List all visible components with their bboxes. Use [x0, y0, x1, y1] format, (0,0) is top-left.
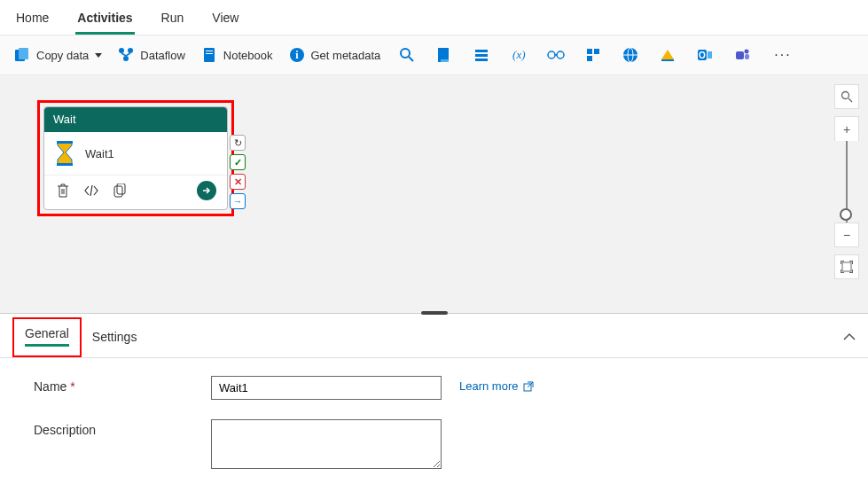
svg-rect-12	[441, 59, 449, 62]
copy-data-button[interactable]: Copy data	[14, 47, 102, 63]
zoom-track[interactable]	[846, 141, 848, 222]
code-icon[interactable]	[83, 183, 99, 199]
outlook-icon[interactable]: O	[694, 44, 716, 66]
learn-more-link[interactable]: Learn more	[459, 376, 534, 393]
name-label: Name *	[34, 376, 193, 394]
panel-tabs: General Settings	[0, 313, 868, 358]
activity-card[interactable]: Wait Wait1	[43, 106, 228, 210]
teams-icon[interactable]	[731, 44, 753, 66]
set-variable-icon[interactable]: (x)	[508, 44, 529, 66]
stored-proc-icon[interactable]	[471, 44, 492, 66]
svg-point-2	[119, 48, 124, 53]
zoom-handle[interactable]	[840, 208, 852, 221]
get-metadata-label: Get metadata	[311, 49, 381, 62]
more-button[interactable]: ···	[769, 47, 796, 63]
canvas[interactable]: Wait Wait1 ↻ ✓ ✕ → + −	[0, 75, 868, 313]
svg-rect-7	[206, 53, 213, 54]
top-tabs: Home Activities Run View	[0, 0, 868, 35]
svg-rect-29	[745, 54, 749, 59]
svg-rect-39	[852, 261, 853, 264]
zoom-controls: + −	[834, 84, 859, 279]
svg-rect-20	[587, 56, 592, 61]
tab-activities[interactable]: Activities	[75, 5, 134, 35]
svg-rect-37	[841, 261, 841, 264]
connector-skip-icon[interactable]: →	[230, 193, 246, 209]
tab-view[interactable]: View	[210, 5, 240, 35]
learn-more-label: Learn more	[459, 379, 518, 393]
external-link-icon	[523, 381, 534, 392]
svg-point-16	[548, 51, 555, 59]
svg-rect-5	[204, 48, 215, 62]
script-icon[interactable]	[434, 44, 455, 66]
svg-rect-19	[594, 49, 599, 54]
tab-run[interactable]: Run	[160, 5, 186, 35]
svg-point-17	[557, 51, 564, 59]
svg-point-34	[842, 92, 849, 99]
info-icon: i	[289, 47, 305, 63]
functions-icon[interactable]	[545, 44, 567, 66]
dataflow-icon	[118, 47, 134, 63]
hourglass-icon	[55, 141, 74, 166]
toolbar: Copy data Dataflow Notebook i Get metada…	[0, 35, 868, 75]
svg-rect-15	[475, 59, 488, 61]
connector-fail-icon[interactable]: ✕	[230, 174, 246, 190]
fit-screen-button[interactable]	[834, 254, 859, 279]
svg-rect-33	[117, 183, 125, 194]
get-metadata-button[interactable]: i Get metadata	[289, 47, 381, 63]
connector-success-icon[interactable]: ✓	[230, 154, 246, 170]
delete-icon[interactable]	[55, 183, 71, 199]
svg-rect-13	[475, 50, 488, 52]
activity-connectors: ↻ ✓ ✕ →	[230, 135, 246, 209]
tab-general-label: General	[25, 326, 69, 340]
collapse-panel-button[interactable]	[843, 331, 856, 344]
zoom-in-button[interactable]: +	[834, 116, 859, 141]
svg-rect-27	[736, 51, 744, 59]
dataflow-button[interactable]: Dataflow	[118, 47, 185, 63]
svg-rect-31	[57, 163, 73, 166]
copy-data-label: Copy data	[36, 49, 89, 62]
copy-icon[interactable]	[112, 183, 128, 199]
svg-rect-1	[19, 48, 28, 59]
connector-completion-icon[interactable]: ↻	[230, 135, 246, 151]
web-icon[interactable]	[620, 44, 641, 66]
notebook-icon	[201, 47, 217, 63]
svg-point-10	[401, 49, 410, 58]
notebook-label: Notebook	[223, 49, 273, 62]
activity-name: Wait1	[85, 147, 114, 160]
description-field[interactable]	[211, 419, 442, 469]
dataflow-label: Dataflow	[140, 49, 185, 62]
activity-wait-highlight: Wait Wait1 ↻ ✓ ✕ →	[37, 100, 234, 216]
lookup-icon[interactable]	[396, 44, 418, 66]
panel-resize-handle[interactable]	[421, 311, 448, 315]
kql-icon[interactable]	[583, 44, 604, 66]
svg-rect-35	[842, 262, 851, 271]
semantic-icon[interactable]	[657, 44, 678, 66]
svg-text:O: O	[699, 51, 706, 60]
search-icon[interactable]	[834, 84, 859, 109]
svg-rect-30	[57, 141, 73, 144]
tab-home[interactable]: Home	[14, 5, 51, 35]
general-form: Name * Learn more Description	[0, 358, 868, 484]
svg-rect-23	[661, 59, 674, 61]
svg-point-4	[123, 56, 129, 61]
svg-rect-26	[708, 51, 712, 59]
svg-rect-43	[852, 269, 853, 273]
copy-data-icon	[14, 47, 30, 63]
svg-point-28	[745, 50, 749, 54]
notebook-button[interactable]: Notebook	[201, 47, 273, 63]
expand-icon[interactable]	[197, 181, 216, 200]
svg-rect-14	[475, 54, 488, 57]
tab-general[interactable]: General	[12, 317, 82, 357]
tab-settings[interactable]: Settings	[82, 323, 148, 353]
activity-type: Wait	[44, 107, 227, 132]
description-label: Description	[34, 419, 193, 437]
svg-rect-32	[114, 186, 122, 197]
name-field[interactable]	[211, 376, 442, 400]
svg-rect-41	[841, 269, 841, 273]
chevron-down-icon	[95, 53, 102, 58]
svg-rect-18	[587, 49, 592, 54]
zoom-out-button[interactable]: −	[834, 222, 859, 247]
svg-rect-6	[206, 51, 213, 51]
svg-point-3	[128, 48, 133, 53]
